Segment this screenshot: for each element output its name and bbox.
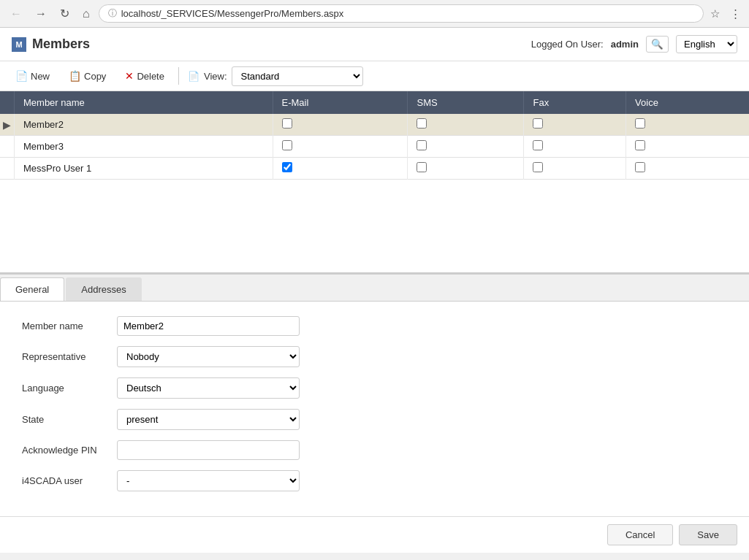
- representative-select[interactable]: Nobody Admin: [117, 346, 300, 367]
- lock-icon: ⓘ: [108, 7, 117, 20]
- fax-checkbox[interactable]: [533, 118, 543, 129]
- sms-checkbox[interactable]: [417, 140, 427, 150]
- address-bar[interactable]: ⓘ localhost/_SERVICES/MessengerPro/Membe…: [99, 4, 704, 23]
- table-row[interactable]: Member3: [0, 136, 749, 158]
- table-row[interactable]: ▶Member2: [0, 114, 749, 136]
- back-button[interactable]: ←: [6, 6, 26, 22]
- cell-email: [273, 158, 408, 180]
- app-header-right: Logged On User: admin 🔍 English Deutsch …: [531, 35, 737, 53]
- cell-sms: [408, 158, 524, 180]
- sms-checkbox[interactable]: [417, 118, 427, 129]
- row-indicator: [0, 158, 15, 180]
- language-selector[interactable]: English Deutsch Français: [676, 35, 737, 53]
- refresh-button[interactable]: ↻: [56, 5, 74, 22]
- cell-voice: [626, 136, 749, 158]
- save-button[interactable]: Save: [679, 524, 737, 545]
- row-indicator-header: [0, 91, 15, 114]
- form-area: Member name Representative Nobody Admin …: [0, 302, 749, 516]
- col-fax: Fax: [524, 91, 626, 114]
- data-table-container: Member name E-Mail SMS Fax Voice ▶Member…: [0, 91, 749, 273]
- email-checkbox[interactable]: [282, 140, 292, 150]
- col-email: E-Mail: [273, 91, 408, 114]
- row-indicator: ▶: [0, 114, 15, 136]
- cell-voice: [626, 158, 749, 180]
- cell-fax: [524, 114, 626, 136]
- state-row: State present absent unknown: [22, 409, 727, 430]
- email-checkbox[interactable]: [282, 118, 292, 129]
- address-text: localhost/_SERVICES/MessengerPro/Members…: [121, 8, 694, 19]
- fax-checkbox[interactable]: [533, 162, 543, 172]
- voice-checkbox[interactable]: [635, 162, 645, 172]
- member-name-row: Member name: [22, 316, 727, 336]
- col-member-name: Member name: [15, 91, 273, 114]
- state-select[interactable]: present absent unknown: [117, 409, 300, 430]
- acknowledge-pin-input[interactable]: [117, 440, 300, 460]
- voice-checkbox[interactable]: [635, 140, 645, 150]
- new-icon: 📄: [15, 70, 28, 82]
- new-label: New: [31, 71, 50, 82]
- forward-button[interactable]: →: [31, 6, 51, 22]
- new-button[interactable]: 📄 New: [7, 66, 58, 86]
- app-title: Members: [32, 37, 90, 52]
- view-label: View:: [204, 71, 227, 82]
- copy-button[interactable]: 📋 Copy: [61, 66, 114, 86]
- cell-voice: [626, 114, 749, 136]
- logged-on-user: admin: [611, 39, 639, 50]
- browser-toolbar: ← → ↻ ⌂ ⓘ localhost/_SERVICES/MessengerP…: [0, 0, 749, 27]
- view-select[interactable]: Standard Detailed Compact: [232, 66, 363, 86]
- tab-addresses[interactable]: Addresses: [66, 277, 141, 301]
- copy-icon: 📋: [69, 70, 81, 82]
- row-indicator: [0, 136, 15, 158]
- cell-sms: [408, 136, 524, 158]
- app-header: M Members Logged On User: admin 🔍 Englis…: [0, 28, 749, 61]
- view-icon: 📄: [188, 71, 199, 82]
- toolbar: 📄 New 📋 Copy ✕ Delete 📄 View: Standard D…: [0, 61, 749, 91]
- bottom-panel: General Addresses Member name Representa…: [0, 273, 749, 516]
- delete-label: Delete: [137, 71, 164, 82]
- language-form-select[interactable]: Deutsch English: [117, 377, 300, 399]
- cancel-button[interactable]: Cancel: [607, 524, 673, 545]
- logged-on-label: Logged On User:: [531, 39, 604, 50]
- sms-checkbox[interactable]: [417, 162, 427, 172]
- table-header-row: Member name E-Mail SMS Fax Voice: [0, 91, 749, 114]
- voice-checkbox[interactable]: [635, 118, 645, 129]
- toolbar-separator: [178, 67, 179, 85]
- cell-email: [273, 114, 408, 136]
- tab-general[interactable]: General: [0, 277, 64, 301]
- acknowledge-pin-row: Acknowledge PIN: [22, 440, 727, 460]
- table-row[interactable]: MessPro User 1: [0, 158, 749, 180]
- col-voice: Voice: [626, 91, 749, 114]
- view-area: 📄 View: Standard Detailed Compact: [188, 66, 363, 86]
- footer: Cancel Save: [0, 516, 749, 553]
- app-container: M Members Logged On User: admin 🔍 Englis…: [0, 28, 749, 553]
- email-checkbox[interactable]: [282, 162, 292, 172]
- copy-label: Copy: [84, 71, 106, 82]
- search-icon-button[interactable]: 🔍: [646, 36, 669, 53]
- representative-label: Representative: [22, 351, 117, 362]
- browser-menu-icon[interactable]: ⋮: [728, 5, 743, 23]
- cell-email: [273, 136, 408, 158]
- col-sms: SMS: [408, 91, 524, 114]
- cell-fax: [524, 136, 626, 158]
- cell-member-name: Member2: [15, 114, 273, 136]
- member-name-label: Member name: [22, 321, 117, 331]
- browser-chrome: ← → ↻ ⌂ ⓘ localhost/_SERVICES/MessengerP…: [0, 0, 749, 28]
- i4scada-user-select[interactable]: - Admin: [117, 470, 300, 491]
- acknowledge-pin-label: Acknowledge PIN: [22, 445, 117, 456]
- home-button[interactable]: ⌂: [78, 6, 94, 22]
- browser-action-icons: ☆ ⋮: [708, 5, 743, 23]
- fax-checkbox[interactable]: [533, 140, 543, 150]
- bookmark-icon[interactable]: ☆: [708, 5, 722, 23]
- cell-sms: [408, 114, 524, 136]
- representative-row: Representative Nobody Admin: [22, 346, 727, 367]
- state-label: State: [22, 414, 117, 425]
- delete-button[interactable]: ✕ Delete: [117, 66, 172, 86]
- cell-member-name: Member3: [15, 136, 273, 158]
- members-table: Member name E-Mail SMS Fax Voice ▶Member…: [0, 91, 749, 180]
- language-row: Language Deutsch English: [22, 377, 727, 399]
- i4scada-user-row: i4SCADA user - Admin: [22, 470, 727, 491]
- member-name-input[interactable]: [117, 316, 300, 336]
- app-title-area: M Members: [12, 37, 90, 52]
- i4scada-user-label: i4SCADA user: [22, 475, 117, 486]
- language-label: Language: [22, 383, 117, 394]
